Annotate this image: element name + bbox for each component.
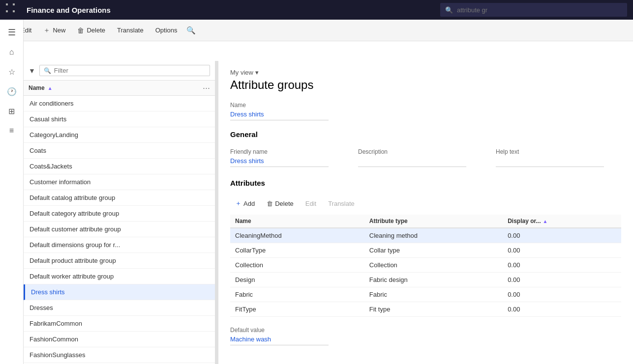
global-search-bar[interactable]: 🔍 xyxy=(440,3,627,17)
name-field-group: Name Dress shirts xyxy=(230,102,621,120)
friendly-name-value[interactable]: Dress shirts xyxy=(230,157,329,167)
general-section: General Friendly name Dress shirts Descr… xyxy=(230,130,621,167)
friendly-name-field: Friendly name Dress shirts xyxy=(230,148,329,167)
table-row[interactable]: DesignFabric design0.00 xyxy=(230,273,621,287)
chevron-down-icon: ▾ xyxy=(255,69,259,76)
default-value-section: Default value Machine wash xyxy=(230,327,621,345)
attributes-section-title: Attributes xyxy=(230,179,621,190)
default-value-value[interactable]: Machine wash xyxy=(230,336,329,345)
list-item[interactable]: Air conditioners xyxy=(24,96,215,112)
list-header-more-icon[interactable]: ⋯ xyxy=(203,84,210,92)
description-label: Description xyxy=(358,148,466,155)
display-order-sort-icon: ▲ xyxy=(543,219,547,224)
name-value[interactable]: Dress shirts xyxy=(230,111,329,120)
recent-icon[interactable]: 🕐 xyxy=(3,83,21,100)
attr-edit-button[interactable]: Edit xyxy=(301,198,321,209)
list-item[interactable]: Coats&Jackets xyxy=(24,159,215,174)
translate-button[interactable]: Translate xyxy=(112,24,149,36)
list-item[interactable]: Coats xyxy=(24,143,215,159)
general-fields: Friendly name Dress shirts Description H… xyxy=(230,148,621,167)
description-value[interactable] xyxy=(358,157,466,167)
list-panel: ▼ 🔍 Name ▲ ⋯ Air conditionersCasual shir… xyxy=(24,61,215,364)
list-item[interactable]: Default customer attribute group xyxy=(24,222,215,237)
help-text-label: Help text xyxy=(496,148,604,155)
description-field: Description xyxy=(358,148,466,167)
delete-icon: 🗑 xyxy=(77,27,84,34)
attr-delete-button[interactable]: 🗑 Delete xyxy=(262,198,299,209)
app-title: Finance and Operations xyxy=(27,6,432,14)
list-filter-bar: ▼ 🔍 xyxy=(24,61,215,81)
app-grid-icon[interactable] xyxy=(6,3,19,16)
filter-icon[interactable]: ▼ xyxy=(29,67,35,75)
list-item[interactable]: Dresses xyxy=(24,300,215,316)
home-icon[interactable]: ⌂ xyxy=(3,43,21,61)
list-item[interactable]: CategoryLanding xyxy=(24,127,215,143)
attr-delete-icon: 🗑 xyxy=(267,200,273,207)
main-layout: ▼ 🔍 Name ▲ ⋯ Air conditionersCasual shir… xyxy=(24,61,633,364)
list-item[interactable]: Customer information xyxy=(24,174,215,190)
toolbar-search-icon[interactable]: 🔍 xyxy=(186,26,196,35)
help-text-field: Help text xyxy=(496,148,604,167)
filter-search-icon: 🔍 xyxy=(44,67,51,74)
general-section-title: General xyxy=(230,130,621,141)
list-item[interactable]: Default catalog attribute group xyxy=(24,190,215,206)
detail-panel: My view ▾ Attribute groups Name Dress sh… xyxy=(218,61,633,364)
table-row[interactable]: FabricFabric0.00 xyxy=(230,287,621,302)
list-item[interactable]: Default product attribute group xyxy=(24,253,215,269)
attr-add-button[interactable]: ＋ Add xyxy=(230,197,260,210)
help-text-value[interactable] xyxy=(496,157,604,167)
delete-button[interactable]: 🗑 Delete xyxy=(72,24,110,37)
table-row[interactable]: CleaningMethodCleaning method0.00 xyxy=(230,228,621,243)
list-icon[interactable]: ≡ xyxy=(3,122,21,140)
options-button[interactable]: Options xyxy=(151,24,182,36)
new-icon: ＋ xyxy=(43,26,50,35)
filter-input[interactable] xyxy=(54,67,206,74)
list-items-container: Air conditionersCasual shirtsCategoryLan… xyxy=(24,96,215,364)
list-item[interactable]: Casual shirts xyxy=(24,112,215,127)
sort-asc-icon: ▲ xyxy=(48,85,53,91)
table-row[interactable]: CollectionCollection0.00 xyxy=(230,258,621,273)
list-item[interactable]: FashionCommon xyxy=(24,332,215,347)
attributes-section: Attributes ＋ Add 🗑 Delete Edit Translate xyxy=(230,179,621,317)
list-name-header[interactable]: Name ▲ xyxy=(29,84,203,91)
col-name-header: Name xyxy=(230,215,364,228)
workspaces-icon[interactable]: ⊞ xyxy=(3,102,21,120)
my-view-button[interactable]: My view ▾ xyxy=(230,69,621,76)
page-title: Attribute groups xyxy=(230,78,621,92)
col-attribute-type-header: Attribute type xyxy=(364,215,503,228)
table-row[interactable]: CollarTypeCollar type0.00 xyxy=(230,243,621,258)
top-bar: Finance and Operations 🔍 xyxy=(0,0,633,20)
favorites-icon[interactable]: ☆ xyxy=(3,63,21,81)
list-item[interactable]: FabrikamCommon xyxy=(24,316,215,332)
attr-add-icon: ＋ xyxy=(235,199,241,208)
list-column-header: Name ▲ ⋯ xyxy=(24,81,215,96)
attributes-table: Name Attribute type Display or... ▲ xyxy=(230,215,621,317)
global-search-input[interactable] xyxy=(457,6,622,14)
name-label: Name xyxy=(230,102,621,109)
filter-input-wrap[interactable]: 🔍 xyxy=(39,65,210,76)
default-value-label: Default value xyxy=(230,327,621,334)
friendly-name-label: Friendly name xyxy=(230,148,329,155)
list-item[interactable]: Default dimensions group for r... xyxy=(24,237,215,253)
search-icon: 🔍 xyxy=(445,6,453,14)
attr-translate-button[interactable]: Translate xyxy=(323,198,360,209)
list-item[interactable]: Dress shirts xyxy=(24,284,215,300)
col-display-order-header: Display or... ▲ xyxy=(503,215,621,228)
list-item[interactable]: Default category attribute group xyxy=(24,206,215,222)
hamburger-icon[interactable]: ☰ xyxy=(3,24,21,41)
list-item[interactable]: Default worker attribute group xyxy=(24,269,215,284)
left-sidebar: ☰ ⌂ ☆ 🕐 ⊞ ≡ xyxy=(0,20,24,364)
main-toolbar: ✏️ Edit ＋ New 🗑 Delete Translate Options… xyxy=(0,20,633,41)
new-button[interactable]: ＋ New xyxy=(38,24,70,37)
attributes-toolbar: ＋ Add 🗑 Delete Edit Translate xyxy=(230,197,621,210)
list-item[interactable]: FashionSunglasses xyxy=(24,347,215,363)
table-row[interactable]: FitTypeFit type0.00 xyxy=(230,302,621,317)
